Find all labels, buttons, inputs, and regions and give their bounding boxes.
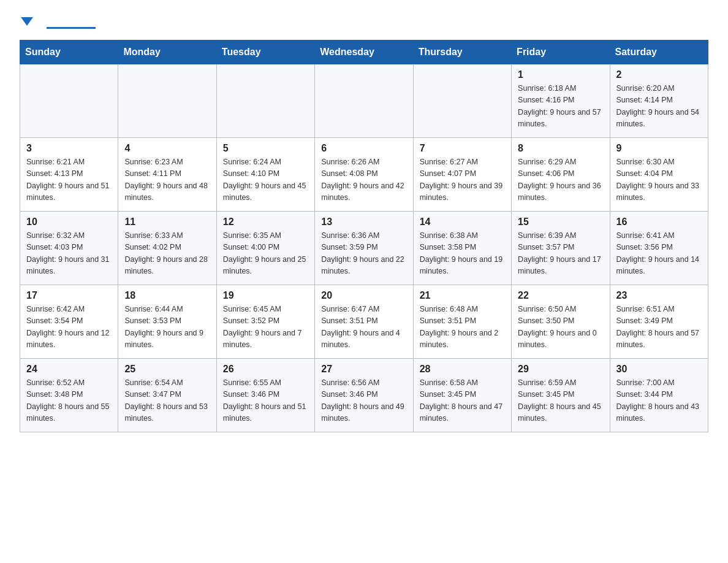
calendar-week-row: 1Sunrise: 6:18 AM Sunset: 4:16 PM Daylig…: [20, 64, 708, 138]
day-number: 22: [518, 290, 603, 301]
day-number: 30: [616, 364, 702, 375]
day-info: Sunrise: 6:29 AM Sunset: 4:06 PM Dayligh…: [518, 156, 603, 204]
day-number: 13: [321, 216, 406, 228]
calendar-cell: 1Sunrise: 6:18 AM Sunset: 4:16 PM Daylig…: [512, 64, 610, 138]
day-number: 29: [518, 364, 603, 375]
calendar-cell: 18Sunrise: 6:44 AM Sunset: 3:53 PM Dayli…: [118, 285, 216, 359]
day-info: Sunrise: 6:56 AM Sunset: 3:46 PM Dayligh…: [321, 377, 406, 425]
day-number: 9: [616, 143, 702, 154]
logo-line: [47, 27, 96, 29]
day-number: 26: [223, 364, 308, 375]
day-info: Sunrise: 6:52 AM Sunset: 3:48 PM Dayligh…: [26, 377, 112, 425]
day-number: 16: [616, 216, 702, 228]
day-info: Sunrise: 6:47 AM Sunset: 3:51 PM Dayligh…: [321, 304, 406, 351]
day-number: 20: [321, 290, 406, 301]
day-info: Sunrise: 6:51 AM Sunset: 3:49 PM Dayligh…: [616, 304, 702, 351]
day-number: 19: [223, 290, 308, 301]
day-number: 10: [26, 216, 112, 228]
logo: [20, 15, 99, 29]
day-info: Sunrise: 6:44 AM Sunset: 3:53 PM Dayligh…: [124, 304, 210, 351]
day-info: Sunrise: 7:00 AM Sunset: 3:44 PM Dayligh…: [616, 377, 702, 425]
calendar-cell: 23Sunrise: 6:51 AM Sunset: 3:49 PM Dayli…: [610, 285, 708, 359]
day-info: Sunrise: 6:38 AM Sunset: 3:58 PM Dayligh…: [420, 230, 505, 278]
header-sunday: Sunday: [20, 40, 118, 64]
calendar-cell: 6Sunrise: 6:26 AM Sunset: 4:08 PM Daylig…: [315, 138, 413, 212]
calendar-cell: 7Sunrise: 6:27 AM Sunset: 4:07 PM Daylig…: [413, 138, 511, 212]
calendar-cell: 17Sunrise: 6:42 AM Sunset: 3:54 PM Dayli…: [20, 285, 118, 359]
calendar-week-row: 17Sunrise: 6:42 AM Sunset: 3:54 PM Dayli…: [20, 285, 708, 359]
day-number: 18: [124, 290, 210, 301]
day-info: Sunrise: 6:23 AM Sunset: 4:11 PM Dayligh…: [124, 156, 210, 204]
calendar-cell: 15Sunrise: 6:39 AM Sunset: 3:57 PM Dayli…: [512, 212, 610, 285]
header-tuesday: Tuesday: [216, 40, 314, 64]
calendar-cell: 29Sunrise: 6:59 AM Sunset: 3:45 PM Dayli…: [512, 359, 610, 432]
day-info: Sunrise: 6:30 AM Sunset: 4:04 PM Dayligh…: [616, 156, 702, 204]
header-saturday: Saturday: [610, 40, 708, 64]
calendar-cell: [413, 64, 511, 138]
calendar-table: Sunday Monday Tuesday Wednesday Thursday…: [20, 40, 708, 432]
day-info: Sunrise: 6:50 AM Sunset: 3:50 PM Dayligh…: [518, 304, 603, 351]
calendar-week-row: 24Sunrise: 6:52 AM Sunset: 3:48 PM Dayli…: [20, 359, 708, 432]
header-monday: Monday: [118, 40, 216, 64]
day-info: Sunrise: 6:35 AM Sunset: 4:00 PM Dayligh…: [223, 230, 308, 278]
day-info: Sunrise: 6:36 AM Sunset: 3:59 PM Dayligh…: [321, 230, 406, 278]
day-number: 14: [420, 216, 505, 228]
day-number: 27: [321, 364, 406, 375]
day-info: Sunrise: 6:41 AM Sunset: 3:56 PM Dayligh…: [616, 230, 702, 278]
calendar-cell: 22Sunrise: 6:50 AM Sunset: 3:50 PM Dayli…: [512, 285, 610, 359]
calendar-cell: [20, 64, 118, 138]
calendar-cell: 14Sunrise: 6:38 AM Sunset: 3:58 PM Dayli…: [413, 212, 511, 285]
day-number: 8: [518, 143, 603, 154]
day-number: 24: [26, 364, 112, 375]
calendar-cell: 9Sunrise: 6:30 AM Sunset: 4:04 PM Daylig…: [610, 138, 708, 212]
calendar-cell: 13Sunrise: 6:36 AM Sunset: 3:59 PM Dayli…: [315, 212, 413, 285]
day-info: Sunrise: 6:24 AM Sunset: 4:10 PM Dayligh…: [223, 156, 308, 204]
calendar-cell: 28Sunrise: 6:58 AM Sunset: 3:45 PM Dayli…: [413, 359, 511, 432]
day-info: Sunrise: 6:20 AM Sunset: 4:14 PM Dayligh…: [616, 83, 702, 131]
day-info: Sunrise: 6:39 AM Sunset: 3:57 PM Dayligh…: [518, 230, 603, 278]
calendar-cell: [216, 64, 314, 138]
day-info: Sunrise: 6:21 AM Sunset: 4:13 PM Dayligh…: [26, 156, 112, 204]
header-friday: Friday: [512, 40, 610, 64]
calendar-cell: 5Sunrise: 6:24 AM Sunset: 4:10 PM Daylig…: [216, 138, 314, 212]
header-wednesday: Wednesday: [315, 40, 413, 64]
calendar-cell: 11Sunrise: 6:33 AM Sunset: 4:02 PM Dayli…: [118, 212, 216, 285]
calendar-cell: 19Sunrise: 6:45 AM Sunset: 3:52 PM Dayli…: [216, 285, 314, 359]
day-number: 3: [26, 143, 112, 154]
calendar-cell: 12Sunrise: 6:35 AM Sunset: 4:00 PM Dayli…: [216, 212, 314, 285]
calendar-cell: 20Sunrise: 6:47 AM Sunset: 3:51 PM Dayli…: [315, 285, 413, 359]
day-info: Sunrise: 6:54 AM Sunset: 3:47 PM Dayligh…: [124, 377, 210, 425]
calendar-cell: 24Sunrise: 6:52 AM Sunset: 3:48 PM Dayli…: [20, 359, 118, 432]
day-number: 12: [223, 216, 308, 228]
calendar-cell: 30Sunrise: 7:00 AM Sunset: 3:44 PM Dayli…: [610, 359, 708, 432]
day-info: Sunrise: 6:26 AM Sunset: 4:08 PM Dayligh…: [321, 156, 406, 204]
page-header: [20, 15, 708, 29]
day-number: 23: [616, 290, 702, 301]
day-info: Sunrise: 6:58 AM Sunset: 3:45 PM Dayligh…: [420, 377, 505, 425]
day-info: Sunrise: 6:48 AM Sunset: 3:51 PM Dayligh…: [420, 304, 505, 351]
weekday-header-row: Sunday Monday Tuesday Wednesday Thursday…: [20, 40, 708, 64]
day-number: 7: [420, 143, 505, 154]
calendar-cell: [315, 64, 413, 138]
day-number: 5: [223, 143, 308, 154]
calendar-cell: 27Sunrise: 6:56 AM Sunset: 3:46 PM Dayli…: [315, 359, 413, 432]
day-number: 2: [616, 69, 702, 80]
calendar-cell: 26Sunrise: 6:55 AM Sunset: 3:46 PM Dayli…: [216, 359, 314, 432]
day-info: Sunrise: 6:42 AM Sunset: 3:54 PM Dayligh…: [26, 304, 112, 351]
calendar-cell: 25Sunrise: 6:54 AM Sunset: 3:47 PM Dayli…: [118, 359, 216, 432]
day-info: Sunrise: 6:59 AM Sunset: 3:45 PM Dayligh…: [518, 377, 603, 425]
day-number: 25: [124, 364, 210, 375]
calendar-week-row: 10Sunrise: 6:32 AM Sunset: 4:03 PM Dayli…: [20, 212, 708, 285]
calendar-cell: 2Sunrise: 6:20 AM Sunset: 4:14 PM Daylig…: [610, 64, 708, 138]
day-info: Sunrise: 6:33 AM Sunset: 4:02 PM Dayligh…: [124, 230, 210, 278]
logo-triangle-icon: [21, 17, 33, 26]
day-info: Sunrise: 6:27 AM Sunset: 4:07 PM Dayligh…: [420, 156, 505, 204]
day-number: 28: [420, 364, 505, 375]
calendar-cell: 10Sunrise: 6:32 AM Sunset: 4:03 PM Dayli…: [20, 212, 118, 285]
day-number: 17: [26, 290, 112, 301]
day-info: Sunrise: 6:45 AM Sunset: 3:52 PM Dayligh…: [223, 304, 308, 351]
day-number: 1: [518, 69, 603, 80]
day-number: 4: [124, 143, 210, 154]
calendar-week-row: 3Sunrise: 6:21 AM Sunset: 4:13 PM Daylig…: [20, 138, 708, 212]
calendar-cell: 3Sunrise: 6:21 AM Sunset: 4:13 PM Daylig…: [20, 138, 118, 212]
